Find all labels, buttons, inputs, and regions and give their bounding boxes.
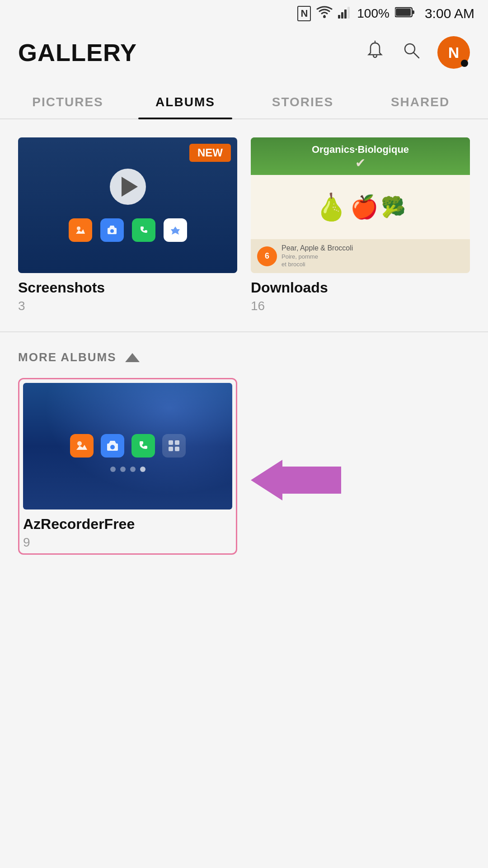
tab-albums[interactable]: ALBUMS	[127, 82, 244, 118]
status-icons: N 100% 3:00	[297, 6, 474, 22]
tab-bar: PICTURES ALBUMS STORIES SHARED	[0, 82, 488, 119]
svg-point-21	[110, 445, 115, 449]
new-badge: NEW	[189, 144, 231, 162]
search-icon[interactable]	[401, 40, 421, 65]
svg-rect-6	[412, 10, 414, 14]
album-name-downloads: Downloads	[251, 279, 470, 296]
album-thumb-azrecorder	[23, 383, 232, 509]
gallery-app-icon	[69, 218, 92, 242]
svg-point-0	[323, 15, 326, 18]
organic-logo-icon: ✔	[355, 156, 366, 170]
organic-header: Organics·Biologique ✔	[251, 137, 470, 175]
az-gallery-icon	[70, 434, 94, 458]
status-bar: N 100% 3:00	[0, 0, 488, 27]
svg-marker-16	[109, 226, 115, 228]
azrecorder-thumbnail	[23, 383, 232, 509]
svg-point-19	[77, 441, 82, 446]
svg-marker-27	[251, 460, 341, 500]
downloads-thumbnail: Organics·Biologique ✔ 🍐 🍎 🥦 6 Pear, Appl…	[251, 137, 470, 273]
notification-icon[interactable]	[365, 40, 385, 65]
section-divider	[0, 331, 488, 332]
phone-app-icon	[132, 218, 155, 242]
az-camera-icon	[101, 434, 124, 458]
avatar-dot	[461, 60, 468, 67]
album-thumb-screenshots: NEW	[18, 137, 237, 273]
svg-marker-22	[109, 441, 116, 443]
album-card-screenshots[interactable]: NEW	[18, 137, 237, 313]
az-phone-icon	[131, 434, 155, 458]
broccoli-icon: 🥦	[381, 195, 406, 219]
album-count-azrecorder: 9	[23, 535, 232, 550]
album-card-azrecorderfree[interactable]: AzRecorderFree 9	[18, 378, 237, 555]
album-name-screenshots: Screenshots	[18, 279, 237, 296]
album-card-downloads[interactable]: Organics·Biologique ✔ 🍐 🍎 🥦 6 Pear, Appl…	[251, 137, 470, 313]
organic-box: Organics·Biologique ✔ 🍐 🍎 🥦 6 Pear, Appl…	[251, 137, 470, 273]
play-button	[110, 169, 146, 205]
pear-icon: 🍐	[315, 192, 347, 222]
svg-rect-4	[347, 7, 350, 19]
avatar[interactable]: N	[437, 36, 470, 69]
play-triangle-icon	[122, 177, 138, 197]
header-actions: N	[365, 36, 470, 69]
more-albums-grid: AzRecorderFree 9	[18, 378, 470, 555]
arrow-area	[251, 378, 470, 555]
tab-shared[interactable]: SHARED	[361, 82, 479, 118]
albums-grid: NEW	[0, 119, 488, 327]
apple-icon: 🍎	[350, 194, 378, 220]
az-grid-icon	[162, 434, 186, 458]
svg-rect-7	[396, 9, 411, 16]
album-name-azrecorder: AzRecorderFree	[23, 516, 232, 533]
google-app-icon	[164, 218, 187, 242]
organic-description: Pear, Apple & Broccoli Poire, pommeet br…	[282, 244, 353, 269]
more-albums-header: MORE ALBUMS	[0, 337, 488, 373]
wifi-icon	[316, 6, 333, 22]
time-label: 3:00 AM	[425, 6, 474, 21]
organic-brand-text: Organics·Biologique	[312, 144, 409, 156]
svg-rect-17	[137, 224, 150, 236]
tab-pictures[interactable]: PICTURES	[9, 82, 127, 118]
svg-line-10	[413, 52, 419, 58]
tab-stories[interactable]: STORIES	[244, 82, 361, 118]
svg-rect-25	[169, 447, 173, 451]
svg-rect-2	[341, 12, 343, 19]
album-thumb-downloads: Organics·Biologique ✔ 🍐 🍎 🥦 6 Pear, Appl…	[251, 137, 470, 273]
battery-icon	[395, 6, 415, 21]
organic-footer: 6 Pear, Apple & Broccoli Poire, pommeet …	[251, 239, 470, 273]
az-app-icons	[70, 434, 186, 458]
pouches-badge: 6	[257, 246, 277, 266]
app-icons-row	[69, 218, 187, 242]
nfc-icon: N	[297, 6, 311, 21]
app-title: GALLERY	[18, 38, 137, 66]
svg-point-15	[110, 229, 114, 233]
svg-rect-3	[344, 9, 347, 19]
svg-rect-24	[175, 440, 179, 445]
more-albums-content: AzRecorderFree 9	[0, 373, 488, 573]
svg-rect-26	[175, 447, 179, 451]
album-count-screenshots: 3	[18, 299, 237, 313]
screenshots-thumbnail: NEW	[18, 137, 237, 273]
battery-label: 100%	[357, 6, 389, 21]
signal-icon	[338, 6, 352, 22]
left-arrow-icon	[251, 458, 341, 503]
app-header: GALLERY N	[0, 27, 488, 73]
organic-fruits-area: 🍐 🍎 🥦	[251, 175, 470, 239]
chevron-up-icon[interactable]	[125, 353, 140, 362]
svg-rect-1	[338, 15, 340, 19]
svg-rect-11	[74, 224, 87, 236]
album-count-downloads: 16	[251, 299, 470, 313]
avatar-letter: N	[448, 44, 460, 61]
svg-point-12	[77, 226, 80, 230]
camera-app-icon	[100, 218, 124, 242]
az-dots	[110, 467, 145, 472]
more-albums-label: MORE ALBUMS	[18, 350, 116, 364]
svg-rect-23	[169, 440, 173, 445]
